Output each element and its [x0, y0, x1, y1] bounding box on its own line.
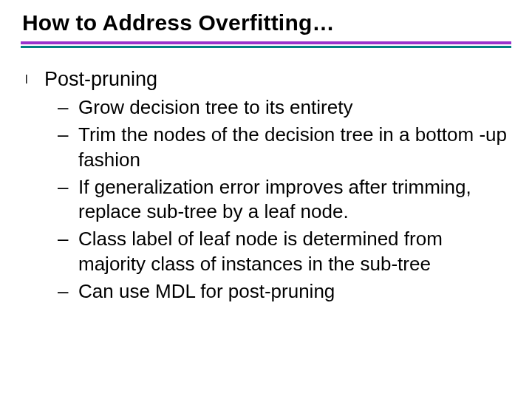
dash-icon: – — [58, 175, 78, 200]
list-item-lvl1: l Post-pruning — [25, 67, 511, 92]
slide-body: l Post-pruning – Grow decision tree to i… — [21, 67, 511, 304]
lvl2-text: Trim the nodes of the decision tree in a… — [78, 123, 511, 172]
bullet-lvl1-icon: l — [25, 67, 44, 92]
list-item: – If generalization error improves after… — [58, 175, 511, 225]
dash-icon: – — [58, 95, 78, 120]
list-item: – Grow decision tree to its entirety — [58, 95, 511, 120]
dash-icon: – — [58, 279, 78, 304]
slide-title: How to Address Overfitting… — [22, 10, 511, 35]
divider-teal — [21, 46, 511, 48]
divider-purple — [21, 41, 511, 44]
dash-icon: – — [58, 123, 78, 147]
list-item: – Can use MDL for post-pruning — [58, 279, 511, 304]
list-item: – Class label of leaf node is determined… — [58, 227, 511, 276]
list-lvl2: – Grow decision tree to its entirety – T… — [58, 95, 511, 304]
title-underline — [21, 41, 511, 48]
dash-icon: – — [58, 227, 78, 251]
lvl2-text: Grow decision tree to its entirety — [78, 95, 511, 120]
lvl2-text: Can use MDL for post-pruning — [78, 279, 511, 304]
list-item: – Trim the nodes of the decision tree in… — [58, 123, 511, 172]
lvl1-text: Post-pruning — [44, 67, 511, 92]
lvl2-text: If generalization error improves after t… — [78, 175, 511, 225]
lvl2-text: Class label of leaf node is determined f… — [78, 227, 511, 276]
slide: How to Address Overfitting… l Post-pruni… — [0, 0, 532, 399]
